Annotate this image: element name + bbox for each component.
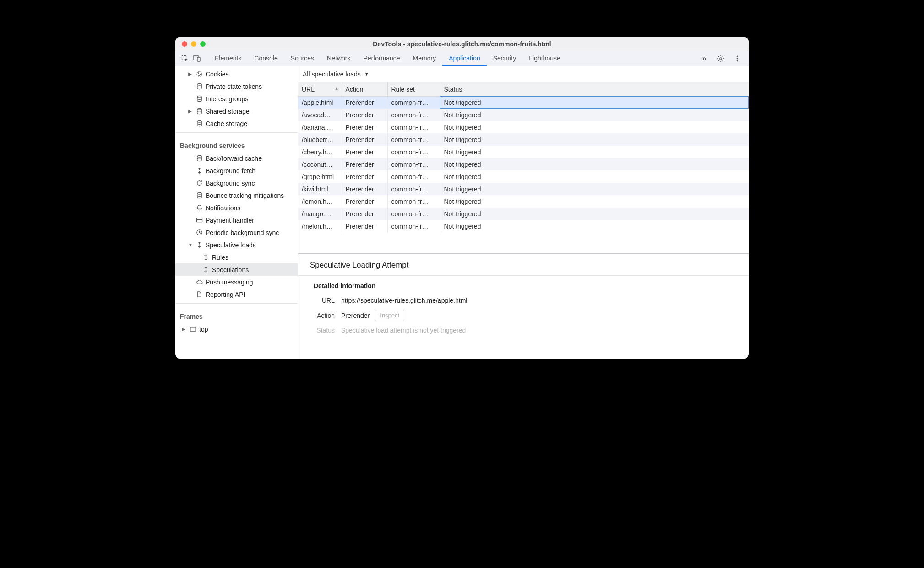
- tab-performance[interactable]: Performance: [357, 52, 406, 66]
- details-status-label: Status: [309, 327, 335, 334]
- speculations-table-wrap[interactable]: URL▲ActionRule setStatus /apple.htmlPrer…: [298, 82, 749, 254]
- bell-icon: [196, 204, 203, 212]
- svg-point-3: [720, 57, 722, 59]
- column-header-rule-set[interactable]: Rule set: [387, 82, 440, 96]
- sidebar-item-label: Back/forward cache: [206, 155, 262, 162]
- card-icon: [196, 217, 203, 224]
- sidebar-item-back-forward-cache[interactable]: Back/forward cache: [175, 152, 298, 164]
- cell-ruleset: common-fr…: [387, 195, 440, 208]
- cell-action: Prerender: [342, 133, 387, 146]
- table-row[interactable]: /avocad…Prerendercommon-fr…Not triggered: [298, 109, 749, 121]
- tab-network[interactable]: Network: [321, 52, 357, 66]
- sidebar-item-background-fetch[interactable]: Background fetch: [175, 164, 298, 177]
- refresh-icon: [196, 180, 203, 187]
- cell-action: Prerender: [342, 220, 387, 232]
- sidebar-item-speculations[interactable]: Speculations: [175, 263, 298, 276]
- column-header-status[interactable]: Status: [440, 82, 749, 96]
- application-sidebar[interactable]: ▶CookiesPrivate state tokensInterest gro…: [175, 66, 298, 359]
- tab-security[interactable]: Security: [487, 52, 523, 66]
- cell-ruleset: common-fr…: [387, 146, 440, 158]
- doc-icon: [196, 291, 203, 298]
- details-action-value: Prerender: [341, 312, 370, 319]
- table-row[interactable]: /blueberr…Prerendercommon-fr…Not trigger…: [298, 133, 749, 146]
- sidebar-item-background-sync[interactable]: Background sync: [175, 177, 298, 189]
- db-icon: [196, 95, 203, 103]
- svg-point-6: [737, 60, 738, 61]
- svg-rect-19: [190, 327, 195, 331]
- svg-point-15: [197, 155, 201, 157]
- device-toolbar-icon[interactable]: [192, 54, 202, 64]
- cell-ruleset: common-fr…: [387, 183, 440, 195]
- sidebar-item-cookies[interactable]: ▶Cookies: [175, 68, 298, 80]
- cell-ruleset: common-fr…: [387, 96, 440, 109]
- table-row[interactable]: /banana.…Prerendercommon-fr…Not triggere…: [298, 121, 749, 133]
- table-row[interactable]: /mango.…Prerendercommon-fr…Not triggered: [298, 208, 749, 220]
- cell-url: /lemon.h…: [298, 195, 342, 208]
- cell-url: /cherry.h…: [298, 146, 342, 158]
- devtools-window: DevTools - speculative-rules.glitch.me/c…: [175, 37, 749, 359]
- main-panel: All speculative loads ▼ URL▲ActionRule s…: [298, 66, 749, 359]
- sidebar-item-private-state-tokens[interactable]: Private state tokens: [175, 80, 298, 93]
- sidebar-item-speculative-loads[interactable]: ▼Speculative loads: [175, 239, 298, 251]
- svg-point-11: [197, 83, 201, 85]
- table-row[interactable]: /melon.h…Prerendercommon-fr…Not triggere…: [298, 220, 749, 232]
- sidebar-item-payment-handler[interactable]: Payment handler: [175, 214, 298, 226]
- column-header-action[interactable]: Action: [342, 82, 387, 96]
- sidebar-item-periodic-background-sync[interactable]: Periodic background sync: [175, 226, 298, 239]
- tab-sources[interactable]: Sources: [284, 52, 321, 66]
- sidebar-item-shared-storage[interactable]: ▶Shared storage: [175, 105, 298, 117]
- inspect-button[interactable]: Inspect: [375, 310, 404, 321]
- sidebar-item-bounce-tracking-mitigations[interactable]: Bounce tracking mitigations: [175, 189, 298, 202]
- cell-url: /blueberr…: [298, 133, 342, 146]
- cell-status: Not triggered: [440, 96, 749, 109]
- table-row[interactable]: /lemon.h…Prerendercommon-fr…Not triggere…: [298, 195, 749, 208]
- tab-application[interactable]: Application: [442, 52, 487, 66]
- sidebar-item-rules[interactable]: Rules: [175, 251, 298, 263]
- settings-icon[interactable]: [716, 54, 726, 64]
- sidebar-bg-group: Back/forward cacheBackground fetchBackgr…: [175, 152, 298, 300]
- chevron-down-icon: ▼: [188, 242, 193, 247]
- sidebar-item-reporting-api[interactable]: Reporting API: [175, 288, 298, 300]
- sidebar-item-push-messaging[interactable]: Push messaging: [175, 276, 298, 288]
- cell-url: /grape.html: [298, 170, 342, 183]
- sidebar-item-interest-groups[interactable]: Interest groups: [175, 93, 298, 105]
- sidebar-item-top[interactable]: ▶top: [175, 323, 298, 335]
- details-heading: Speculative Loading Attempt: [298, 254, 749, 275]
- sidebar-item-label: Reporting API: [206, 291, 245, 298]
- tab-elements[interactable]: Elements: [208, 52, 248, 66]
- more-tabs-icon[interactable]: »: [699, 54, 709, 64]
- table-row[interactable]: /cherry.h…Prerendercommon-fr…Not trigger…: [298, 146, 749, 158]
- svg-point-7: [196, 71, 201, 76]
- sidebar-item-label: Speculative loads: [206, 241, 256, 249]
- kebab-menu-icon[interactable]: [732, 54, 742, 64]
- column-header-url[interactable]: URL▲: [298, 82, 342, 96]
- chevron-right-icon: ▶: [188, 71, 193, 76]
- cloud-icon: [196, 279, 203, 286]
- svg-point-9: [200, 74, 201, 75]
- inspect-element-icon[interactable]: [180, 54, 190, 64]
- sidebar-item-label: Push messaging: [206, 279, 253, 286]
- cell-status: Not triggered: [440, 146, 749, 158]
- cell-action: Prerender: [342, 195, 387, 208]
- table-row[interactable]: /grape.htmlPrerendercommon-fr…Not trigge…: [298, 170, 749, 183]
- cell-url: /avocad…: [298, 109, 342, 121]
- filter-label: All speculative loads: [303, 71, 361, 78]
- cell-url: /apple.html: [298, 96, 342, 109]
- sidebar-item-notifications[interactable]: Notifications: [175, 202, 298, 214]
- tab-memory[interactable]: Memory: [407, 52, 443, 66]
- sidebar-item-label: Rules: [212, 254, 228, 261]
- cell-url: /melon.h…: [298, 220, 342, 232]
- tab-lighthouse[interactable]: Lighthouse: [522, 52, 567, 66]
- window-title: DevTools - speculative-rules.glitch.me/c…: [175, 40, 749, 48]
- sidebar-item-cache-storage[interactable]: Cache storage: [175, 117, 298, 130]
- cell-action: Prerender: [342, 183, 387, 195]
- cell-url: /mango.…: [298, 208, 342, 220]
- sidebar-item-label: top: [199, 326, 208, 333]
- speculative-loads-filter-dropdown[interactable]: All speculative loads ▼: [303, 71, 369, 78]
- table-row[interactable]: /coconut…Prerendercommon-fr…Not triggere…: [298, 158, 749, 170]
- tab-console[interactable]: Console: [248, 52, 284, 66]
- titlebar: DevTools - speculative-rules.glitch.me/c…: [175, 37, 749, 51]
- table-row[interactable]: /kiwi.htmlPrerendercommon-fr…Not trigger…: [298, 183, 749, 195]
- table-row[interactable]: /apple.htmlPrerendercommon-fr…Not trigge…: [298, 96, 749, 109]
- svg-point-13: [197, 108, 201, 110]
